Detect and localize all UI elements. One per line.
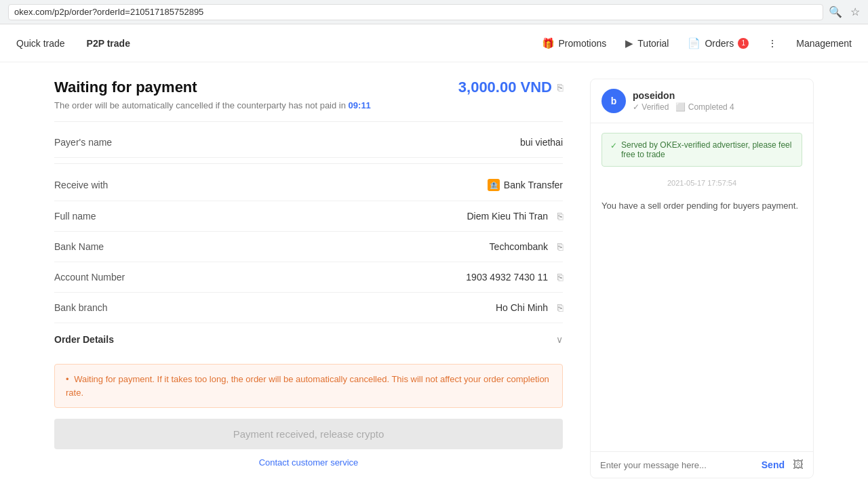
- nav-quick-trade[interactable]: Quick trade: [16, 38, 65, 49]
- left-panel: Waiting for payment The order will be au…: [54, 79, 590, 478]
- divider-1: [54, 121, 563, 122]
- nav-promotions[interactable]: 🎁 Promotions: [542, 37, 607, 49]
- completed-icon: ⬜: [675, 102, 686, 112]
- nav-left: Quick trade P2P trade: [16, 38, 130, 49]
- send-button[interactable]: Send: [759, 459, 787, 470]
- copy-account-icon[interactable]: ⎘: [557, 272, 563, 283]
- account-row: Account Number 1903 4932 7430 11 ⎘: [54, 262, 563, 293]
- account-value: 1903 4932 7430 11 ⎘: [466, 272, 563, 283]
- warning-text: Waiting for payment. If it takes too lon…: [66, 374, 549, 398]
- chat-body: ✓ Served by OKEx-verified advertiser, pl…: [591, 123, 813, 451]
- amount-value: 3,000.00 VND: [458, 79, 552, 96]
- tutorial-label: Tutorial: [637, 38, 669, 49]
- notice-text: Served by OKEx-verified advertiser, plea…: [621, 140, 793, 159]
- chat-message: You have a sell order pending for buyers…: [601, 199, 802, 213]
- release-crypto-button[interactable]: Payment received, release crypto: [54, 419, 563, 449]
- user-meta: ✓ Verified ⬜ Completed 4: [633, 102, 734, 112]
- promotions-label: Promotions: [559, 38, 607, 49]
- quick-trade-label: Quick trade: [16, 38, 65, 49]
- payer-label: Payer's name: [54, 137, 112, 148]
- chevron-down-icon: ∨: [556, 334, 563, 345]
- verified-icon: ✓: [633, 102, 639, 112]
- completed-badge: ⬜ Completed 4: [675, 102, 734, 112]
- avatar: b: [601, 89, 626, 113]
- chat-header: b poseidon ✓ Verified ⬜ Completed 4: [591, 79, 813, 123]
- nav-orders[interactable]: 📄 Orders 1: [688, 37, 749, 49]
- chat-timestamp: 2021-05-17 17:57:54: [601, 179, 802, 187]
- divider-2: [54, 163, 563, 164]
- nav-more[interactable]: ⋮: [768, 38, 777, 49]
- copy-fullname-icon[interactable]: ⎘: [557, 211, 563, 222]
- username: poseidon: [633, 90, 734, 101]
- warning-box: • Waiting for payment. If it takes too l…: [54, 364, 563, 408]
- payer-value: bui viethai: [520, 137, 563, 148]
- more-icon: ⋮: [768, 38, 777, 49]
- advertiser-notice: ✓ Served by OKEx-verified advertiser, pl…: [601, 133, 802, 167]
- copy-branch-icon[interactable]: ⎘: [557, 302, 563, 313]
- copy-bankname-icon[interactable]: ⎘: [557, 241, 563, 252]
- branch-label: Bank branch: [54, 302, 108, 313]
- bankname-label: Bank Name: [54, 241, 104, 252]
- nav-right: 🎁 Promotions ▶ Tutorial 📄 Orders 1 ⋮ Man…: [542, 37, 852, 49]
- fullname-row: Full name Diem Kieu Thi Tran ⎘: [54, 201, 563, 232]
- warning-dot: •: [66, 374, 69, 384]
- search-icon[interactable]: 🔍: [829, 5, 842, 18]
- page-subtitle: The order will be automatically cancelle…: [54, 100, 371, 110]
- url-bar[interactable]: [8, 4, 823, 20]
- image-upload-icon[interactable]: 🖼: [793, 459, 804, 471]
- orders-label: Orders: [705, 38, 734, 49]
- fullname-value: Diem Kieu Thi Tran ⎘: [467, 211, 563, 222]
- nav-tutorial[interactable]: ▶ Tutorial: [625, 37, 669, 49]
- nav-p2p-trade[interactable]: P2P trade: [87, 38, 130, 49]
- countdown: 09:11: [349, 100, 371, 110]
- receive-label: Receive with: [54, 180, 108, 190]
- amount-row: 3,000.00 VND ⎘: [458, 79, 563, 96]
- title-section: Waiting for payment The order will be au…: [54, 79, 371, 116]
- branch-row: Bank branch Ho Chi Minh ⎘: [54, 293, 563, 323]
- account-label: Account Number: [54, 272, 125, 283]
- star-icon[interactable]: ☆: [850, 5, 860, 18]
- main-container: Waiting for payment The order will be au…: [0, 62, 868, 495]
- chat-panel: b poseidon ✓ Verified ⬜ Completed 4 ✓: [590, 79, 814, 478]
- bankname-row: Bank Name Techcombank ⎘: [54, 232, 563, 262]
- orders-badge: 1: [738, 38, 749, 49]
- order-details-label: Order Details: [54, 334, 114, 345]
- management-label: Management: [796, 38, 852, 49]
- promotions-icon: 🎁: [542, 37, 555, 49]
- branch-value: Ho Chi Minh ⎘: [496, 302, 563, 313]
- message-input[interactable]: [600, 460, 753, 470]
- browser-icons: 🔍 ☆: [829, 5, 860, 18]
- payer-row: Payer's name bui viethai: [54, 127, 563, 158]
- bankname-value: Techcombank ⎘: [490, 241, 563, 252]
- check-icon: ✓: [610, 141, 617, 150]
- fullname-label: Full name: [54, 211, 96, 222]
- page-title: Waiting for payment: [54, 79, 371, 96]
- orders-icon: 📄: [688, 37, 701, 49]
- verified-badge: ✓ Verified: [633, 102, 669, 112]
- navigation: Quick trade P2P trade 🎁 Promotions ▶ Tut…: [0, 24, 868, 62]
- order-details-toggle[interactable]: Order Details ∨: [54, 323, 563, 356]
- receive-value: 🏦 Bank Transfer: [488, 179, 563, 191]
- contact-link[interactable]: Contact customer service: [54, 457, 563, 468]
- chat-footer: Send 🖼: [591, 451, 813, 478]
- p2p-trade-label: P2P trade: [87, 38, 130, 49]
- copy-amount-icon[interactable]: ⎘: [557, 82, 563, 93]
- receive-row: Receive with 🏦 Bank Transfer: [54, 169, 563, 201]
- nav-management[interactable]: Management: [796, 38, 852, 49]
- bank-icon: 🏦: [488, 179, 500, 191]
- browser-bar: 🔍 ☆: [0, 0, 868, 24]
- user-info: poseidon ✓ Verified ⬜ Completed 4: [633, 90, 734, 112]
- tutorial-icon: ▶: [625, 37, 633, 49]
